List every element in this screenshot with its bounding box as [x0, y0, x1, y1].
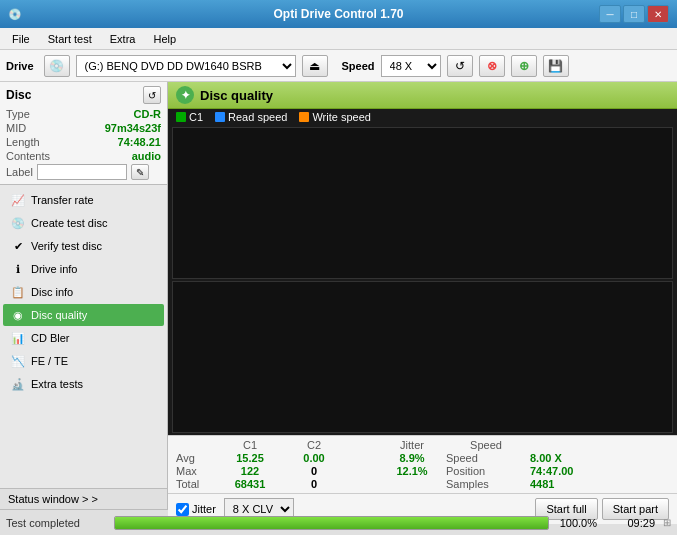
sidebar-item-label: Disc info	[31, 286, 73, 298]
legend-read-speed: Read speed	[215, 111, 287, 123]
disc-quality-header: ✦ Disc quality	[168, 82, 677, 109]
sidebar-item-verify-test-disc[interactable]: ✔ Verify test disc	[3, 235, 164, 257]
chart-c2-jitter	[172, 281, 673, 433]
titlebar: 💿 Opti Drive Control 1.70 ─ □ ✕	[0, 0, 677, 28]
charts-container	[168, 125, 677, 435]
contents-value: audio	[132, 150, 161, 162]
chart-legend: C1 Read speed Write speed	[168, 109, 677, 125]
sidebar-item-label: FE / TE	[31, 355, 68, 367]
contents-label: Contents	[6, 150, 50, 162]
jitter-label: Jitter	[192, 503, 216, 515]
disc-mid-row: MID 97m34s23f	[6, 122, 161, 134]
jitter-header: Jitter	[382, 439, 442, 451]
create-test-disc-icon: 💿	[11, 216, 25, 230]
drive-select[interactable]: (G:) BENQ DVD DD DW1640 BSRB	[76, 55, 296, 77]
disc-panel-title: Disc	[6, 88, 31, 102]
sidebar-item-label: Disc quality	[31, 309, 87, 321]
label-input[interactable]	[37, 164, 127, 180]
max-label: Max	[176, 465, 216, 477]
disc-refresh-button[interactable]: ↺	[143, 86, 161, 104]
progress-container	[114, 516, 549, 530]
status-window-button[interactable]: Status window > >	[0, 488, 167, 509]
sidebar-item-extra-tests[interactable]: 🔬 Extra tests	[3, 373, 164, 395]
menu-file[interactable]: File	[4, 31, 38, 47]
drive-icon: 💿	[44, 55, 70, 77]
progress-percentage: 100.0%	[557, 517, 597, 529]
sidebar-item-transfer-rate[interactable]: 📈 Transfer rate	[3, 189, 164, 211]
sidebar-item-label: Transfer rate	[31, 194, 94, 206]
chart-c1	[172, 127, 673, 279]
sidebar-item-label: Verify test disc	[31, 240, 102, 252]
write-speed-legend-label: Write speed	[312, 111, 371, 123]
menu-start-test[interactable]: Start test	[40, 31, 100, 47]
save-button[interactable]: 💾	[543, 55, 569, 77]
titlebar-title: Opti Drive Control 1.70	[273, 7, 403, 21]
sidebar-item-disc-quality[interactable]: ◉ Disc quality	[3, 304, 164, 326]
status-window-label: Status window > >	[8, 493, 98, 505]
max-c2: 0	[284, 465, 344, 477]
disc-erase-button[interactable]: ⊗	[479, 55, 505, 77]
cd-bler-icon: 📊	[11, 331, 25, 345]
eject-button[interactable]: ⏏	[302, 55, 328, 77]
sidebar-item-fe-te[interactable]: 📉 FE / TE	[3, 350, 164, 372]
total-label: Total	[176, 478, 216, 490]
speed-refresh-button[interactable]: ↺	[447, 55, 473, 77]
length-value: 74:48.21	[118, 136, 161, 148]
drive-label: Drive	[6, 60, 34, 72]
jitter-checkbox[interactable]	[176, 503, 189, 516]
extra-tests-icon: 🔬	[11, 377, 25, 391]
stats-section: C1 C2 Jitter Speed Avg 15.25 0.00 8.9% S…	[168, 435, 677, 493]
avg-c2: 0.00	[284, 452, 344, 464]
mid-label: MID	[6, 122, 26, 134]
sidebar-item-create-test-disc[interactable]: 💿 Create test disc	[3, 212, 164, 234]
read-speed-legend-label: Read speed	[228, 111, 287, 123]
write-speed-legend-color	[299, 112, 309, 122]
close-button[interactable]: ✕	[647, 5, 669, 23]
menu-extra[interactable]: Extra	[102, 31, 144, 47]
c2-header: C2	[284, 439, 344, 451]
elapsed-time: 09:29	[605, 517, 655, 529]
disc-write-button[interactable]: ⊕	[511, 55, 537, 77]
avg-jitter: 8.9%	[382, 452, 442, 464]
disc-quality-icon-nav: ◉	[11, 308, 25, 322]
position-val: 74:47.00	[530, 465, 590, 477]
maximize-button[interactable]: □	[623, 5, 645, 23]
label-edit-button[interactable]: ✎	[131, 164, 149, 180]
disc-quality-header-icon: ✦	[176, 86, 194, 104]
max-jitter: 12.1%	[382, 465, 442, 477]
verify-test-disc-icon: ✔	[11, 239, 25, 253]
disc-length-row: Length 74:48.21	[6, 136, 161, 148]
content-area: ✦ Disc quality C1 Read speed Write speed	[168, 82, 677, 509]
sidebar-item-label: Drive info	[31, 263, 77, 275]
samples-val: 4481	[530, 478, 590, 490]
sidebar-item-disc-info[interactable]: 📋 Disc info	[3, 281, 164, 303]
sidebar-item-drive-info[interactable]: ℹ Drive info	[3, 258, 164, 280]
disc-info-icon: 📋	[11, 285, 25, 299]
position-label: Position	[446, 465, 526, 477]
label-label: Label	[6, 166, 33, 178]
sidebar-item-label: Extra tests	[31, 378, 83, 390]
minimize-button[interactable]: ─	[599, 5, 621, 23]
samples-label: Samples	[446, 478, 526, 490]
legend-write-speed: Write speed	[299, 111, 371, 123]
read-speed-legend-color	[215, 112, 225, 122]
max-c1: 122	[220, 465, 280, 477]
titlebar-left: 💿	[8, 8, 22, 21]
length-label: Length	[6, 136, 40, 148]
type-label: Type	[6, 108, 30, 120]
speed-static-label: Speed	[446, 452, 526, 464]
sidebar-item-cd-bler[interactable]: 📊 CD Bler	[3, 327, 164, 349]
c1-header: C1	[220, 439, 280, 451]
total-c1: 68431	[220, 478, 280, 490]
menu-help[interactable]: Help	[145, 31, 184, 47]
avg-label: Avg	[176, 452, 216, 464]
resize-grip: ⊞	[663, 517, 671, 528]
speed-label: Speed	[342, 60, 375, 72]
speed-select[interactable]: 8 X 16 X 24 X 32 X 48 X Max	[381, 55, 441, 77]
drive-info-icon: ℹ	[11, 262, 25, 276]
mid-value: 97m34s23f	[105, 122, 161, 134]
disc-panel: Disc ↺ Type CD-R MID 97m34s23f Length 74…	[0, 82, 167, 185]
sidebar-item-label: CD Bler	[31, 332, 70, 344]
disc-label-row: Label ✎	[6, 164, 161, 180]
total-c2: 0	[284, 478, 344, 490]
